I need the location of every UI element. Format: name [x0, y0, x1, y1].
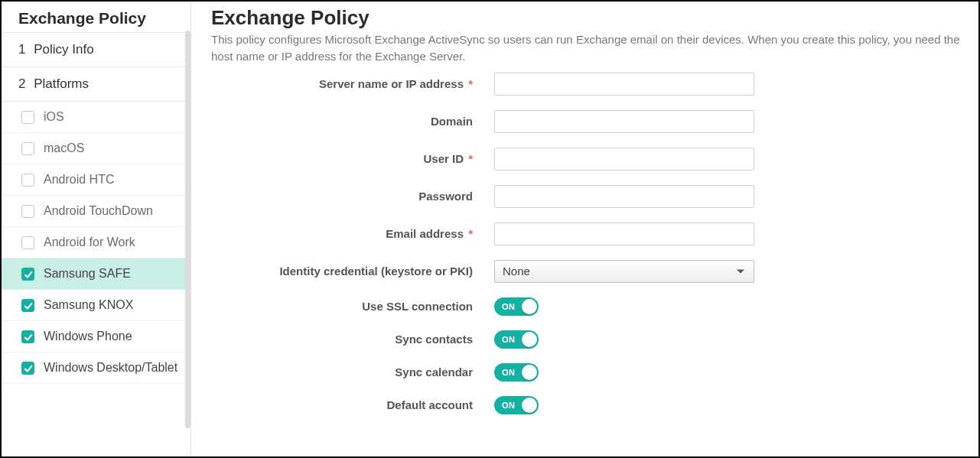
checkbox-icon[interactable] — [21, 236, 34, 249]
step-label: Platforms — [34, 76, 89, 91]
page-description: This policy configures Microsoft Exchang… — [211, 31, 961, 65]
toggle-state: ON — [502, 401, 516, 410]
identity-select[interactable]: None — [494, 260, 754, 283]
row-domain: Domain — [211, 110, 966, 133]
platform-label: Windows Phone — [44, 329, 181, 344]
step-label: Policy Info — [34, 42, 93, 57]
platform-label: Windows Desktop/Tablet — [44, 360, 181, 375]
checkbox-icon[interactable] — [21, 268, 34, 281]
row-default-account: Default account ON — [211, 396, 966, 414]
platform-label: Android for Work — [44, 235, 181, 250]
platform-label: iOS — [44, 109, 181, 125]
sidebar: Exchange Policy 1 Policy Info 2 Platform… — [2, 2, 191, 456]
platform-item-windows-phone[interactable]: Windows Phone — [2, 321, 190, 352]
row-password: Password — [211, 185, 966, 208]
checkbox-icon[interactable] — [21, 142, 34, 155]
platform-item-samsung-safe[interactable]: Samsung SAFE — [2, 258, 190, 290]
row-sync-contacts: Sync contacts ON — [211, 330, 966, 349]
checkbox-icon[interactable] — [21, 362, 34, 375]
toggle-knob-icon — [522, 398, 537, 413]
sync-contacts-toggle[interactable]: ON — [494, 330, 539, 349]
platform-label: Android TouchDown — [44, 203, 181, 219]
row-server: Server name or IP address * — [211, 73, 966, 96]
row-email: Email address * — [211, 223, 966, 245]
checkbox-icon[interactable] — [21, 330, 34, 343]
row-userid: User ID * — [211, 148, 966, 171]
platform-item-samsung-knox[interactable]: Samsung KNOX — [2, 290, 190, 321]
required-icon: * — [465, 152, 473, 165]
userid-input[interactable] — [494, 148, 754, 171]
toggle-knob-icon — [522, 332, 537, 347]
chevron-down-icon — [737, 269, 744, 273]
sync-calendar-toggle[interactable]: ON — [494, 363, 539, 382]
toggle-state: ON — [502, 368, 516, 377]
label-server: Server name or IP address * — [211, 77, 494, 90]
row-identity: Identity credential (keystore or PKI) No… — [211, 260, 966, 283]
toggle-knob-icon — [522, 299, 537, 314]
label-domain: Domain — [211, 115, 494, 128]
platform-item-android-htc[interactable]: Android HTC — [2, 164, 190, 196]
label-email: Email address * — [211, 227, 494, 240]
exchange-form: Server name or IP address * Domain User … — [211, 73, 966, 414]
scrollbar-thumb[interactable] — [185, 31, 190, 428]
checkbox-icon[interactable] — [21, 111, 34, 124]
email-input[interactable] — [494, 223, 754, 245]
platform-label: Android HTC — [44, 172, 181, 187]
label-sync-calendar: Sync calendar — [211, 365, 494, 378]
nav-step-platforms[interactable]: 2 Platforms — [2, 67, 190, 102]
platform-label: macOS — [44, 141, 181, 156]
step-number: 2 — [18, 76, 25, 91]
checkbox-icon[interactable] — [21, 174, 34, 187]
platform-item-android-touchdown[interactable]: Android TouchDown — [2, 196, 190, 227]
password-input[interactable] — [494, 185, 754, 208]
server-input[interactable] — [494, 73, 754, 96]
label-default-account: Default account — [211, 398, 494, 411]
sidebar-scrollbar[interactable] — [185, 31, 190, 443]
main-content: Exchange Policy This policy configures M… — [191, 2, 978, 456]
platform-item-windows-desktop-tablet[interactable]: Windows Desktop/Tablet — [2, 352, 190, 384]
nav-step-policy-info[interactable]: 1 Policy Info — [2, 33, 190, 67]
domain-input[interactable] — [494, 110, 754, 133]
platform-item-macos[interactable]: macOS — [2, 133, 190, 164]
row-sync-calendar: Sync calendar ON — [211, 363, 966, 382]
label-sync-contacts: Sync contacts — [211, 333, 494, 346]
label-password: Password — [211, 190, 494, 203]
checkbox-icon[interactable] — [21, 299, 34, 312]
label-userid: User ID * — [211, 152, 494, 165]
page-title: Exchange Policy — [211, 6, 966, 30]
row-ssl: Use SSL connection ON — [211, 297, 966, 316]
platform-label: Samsung SAFE — [44, 266, 181, 281]
required-icon: * — [465, 227, 473, 240]
toggle-state: ON — [502, 335, 516, 344]
default-account-toggle[interactable]: ON — [494, 396, 539, 414]
platform-label: Samsung KNOX — [44, 297, 181, 313]
platform-item-ios[interactable]: iOS — [2, 102, 190, 133]
toggle-knob-icon — [522, 365, 537, 380]
platform-item-android-for-work[interactable]: Android for Work — [2, 227, 190, 258]
label-identity: Identity credential (keystore or PKI) — [211, 265, 494, 278]
toggle-state: ON — [502, 302, 516, 311]
required-icon: * — [465, 77, 473, 90]
step-number: 1 — [18, 42, 25, 57]
label-ssl: Use SSL connection — [211, 300, 494, 313]
checkbox-icon[interactable] — [21, 205, 34, 218]
ssl-toggle[interactable]: ON — [494, 297, 539, 316]
select-value: None — [503, 265, 530, 278]
sidebar-title: Exchange Policy — [2, 2, 190, 33]
